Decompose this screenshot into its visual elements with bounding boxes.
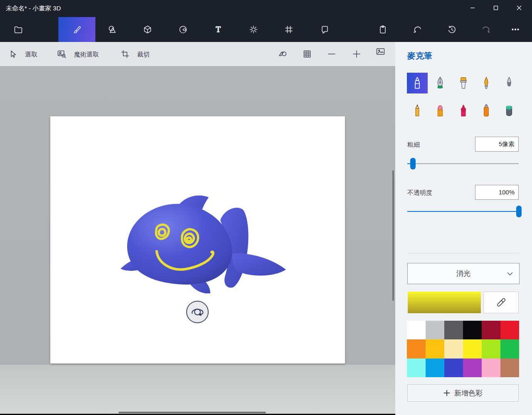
palette-swatch[interactable] xyxy=(407,339,426,358)
opacity-input[interactable]: 100% xyxy=(475,185,519,200)
magic-select-icon xyxy=(57,49,67,59)
thickness-slider[interactable] xyxy=(407,158,519,169)
palette-swatch[interactable] xyxy=(463,321,482,339)
palette-swatch[interactable] xyxy=(500,321,519,339)
brush-flat-brush[interactable] xyxy=(454,74,473,92)
palette-swatch[interactable] xyxy=(444,339,463,358)
minus-icon xyxy=(327,49,337,59)
add-color-label: 新增色彩 xyxy=(454,388,483,398)
canvas-image-button[interactable] xyxy=(375,40,386,64)
tab-stickers[interactable] xyxy=(171,17,195,42)
slider-thumb[interactable] xyxy=(516,206,522,217)
paste-button[interactable] xyxy=(371,17,394,42)
cursor-icon xyxy=(8,49,18,59)
current-color-swatch[interactable] xyxy=(408,292,481,313)
more-button[interactable] xyxy=(504,17,527,42)
tab-2d-shapes[interactable] xyxy=(101,17,124,42)
undo-button[interactable] xyxy=(406,17,429,42)
slider-track[interactable] xyxy=(407,163,519,164)
brush-marker[interactable] xyxy=(407,73,428,93)
eyedropper-icon xyxy=(496,297,507,308)
add-color-button[interactable]: 新增色彩 xyxy=(407,384,519,402)
maximize-button[interactable] xyxy=(486,0,505,16)
svg-text:T: T xyxy=(216,25,221,34)
top-bar: 未命名* - 小畫家 3D xyxy=(0,0,532,42)
history-clock-icon xyxy=(447,25,457,34)
minimize-button[interactable] xyxy=(463,0,482,16)
palette-swatch[interactable] xyxy=(500,359,519,377)
rotate-3d-icon xyxy=(190,306,204,318)
brush-eraser[interactable] xyxy=(431,102,449,120)
tab-3d-shapes[interactable] xyxy=(136,17,159,42)
eyedropper-button[interactable] xyxy=(483,292,519,313)
palette-swatch[interactable] xyxy=(463,339,482,358)
crop-button[interactable] xyxy=(120,42,130,66)
select-label[interactable]: 選取 xyxy=(25,51,37,59)
palette-swatch[interactable] xyxy=(500,339,519,358)
palette-swatch[interactable] xyxy=(482,359,500,377)
sun-effects-icon xyxy=(249,25,259,34)
canvas-grid-icon xyxy=(284,25,294,34)
brush-crayon[interactable] xyxy=(454,102,473,120)
palette-swatch[interactable] xyxy=(407,321,426,339)
brush-oil-brush[interactable] xyxy=(477,74,495,92)
marker-icon xyxy=(409,75,425,91)
brush-calligraphy-pen[interactable] xyxy=(431,74,449,92)
tab-brushes[interactable] xyxy=(59,17,96,42)
window-title: 未命名* - 小畫家 3D xyxy=(6,5,61,12)
brush-settings-panel: 麥克筆 xyxy=(395,42,532,415)
tab-effects[interactable] xyxy=(242,17,265,42)
palette-swatch[interactable] xyxy=(444,359,463,377)
3d-view-button[interactable] xyxy=(278,42,288,66)
thickness-input[interactable]: 5像素 xyxy=(475,137,519,152)
magic-select-label[interactable]: 魔術選取 xyxy=(74,51,99,59)
crop-label[interactable]: 裁切 xyxy=(137,51,150,59)
vertical-scrollbar[interactable] xyxy=(392,170,394,301)
brush-pencil[interactable] xyxy=(408,102,426,120)
plus-icon xyxy=(352,49,362,59)
calligraphy-pen-icon xyxy=(432,75,448,91)
show-grid-button[interactable] xyxy=(302,42,312,66)
tab-3d-library[interactable] xyxy=(313,17,336,42)
close-button[interactable] xyxy=(510,0,529,16)
brush-fill-bucket[interactable] xyxy=(500,102,518,120)
text-icon: T xyxy=(213,25,223,34)
zoom-in-button[interactable] xyxy=(352,42,362,66)
palette-swatch[interactable] xyxy=(426,339,444,358)
magic-select-button[interactable] xyxy=(57,42,67,66)
redo-button[interactable] xyxy=(475,17,498,42)
chevron-down-icon xyxy=(507,272,513,276)
maximize-icon xyxy=(493,5,498,10)
opacity-label: 不透明度 xyxy=(407,189,432,197)
plus-icon xyxy=(443,390,450,396)
palette-swatch[interactable] xyxy=(444,321,463,339)
rotate-3d-control[interactable] xyxy=(186,301,209,323)
brush-icon xyxy=(72,25,82,34)
palette-swatch[interactable] xyxy=(407,359,426,377)
select-button[interactable] xyxy=(8,42,18,66)
zoom-out-button[interactable] xyxy=(327,42,337,66)
close-icon xyxy=(517,5,522,10)
crayon-icon xyxy=(456,103,471,119)
slider-thumb[interactable] xyxy=(410,158,416,169)
section-divider xyxy=(407,253,520,253)
tab-text[interactable]: T xyxy=(207,17,230,42)
thickness-label: 粗細 xyxy=(407,141,420,149)
finish-dropdown[interactable]: 消光 xyxy=(407,263,520,284)
undo-icon xyxy=(412,25,422,34)
pixel-pen-icon xyxy=(501,75,517,91)
palette-swatch[interactable] xyxy=(426,359,444,377)
history-button[interactable] xyxy=(440,17,463,42)
brush-pixel-pen[interactable] xyxy=(500,74,518,92)
horizontal-scrollbar[interactable] xyxy=(118,412,266,413)
opacity-slider[interactable] xyxy=(407,206,519,217)
fill-bucket-icon xyxy=(501,103,517,119)
palette-swatch[interactable] xyxy=(482,339,500,358)
menu-button[interactable] xyxy=(7,17,30,42)
tab-canvas[interactable] xyxy=(277,17,300,42)
brush-spray-can[interactable] xyxy=(477,102,495,120)
panel-title: 麥克筆 xyxy=(407,50,432,61)
palette-swatch[interactable] xyxy=(426,321,444,339)
palette-swatch[interactable] xyxy=(482,321,500,339)
palette-swatch[interactable] xyxy=(463,359,482,377)
